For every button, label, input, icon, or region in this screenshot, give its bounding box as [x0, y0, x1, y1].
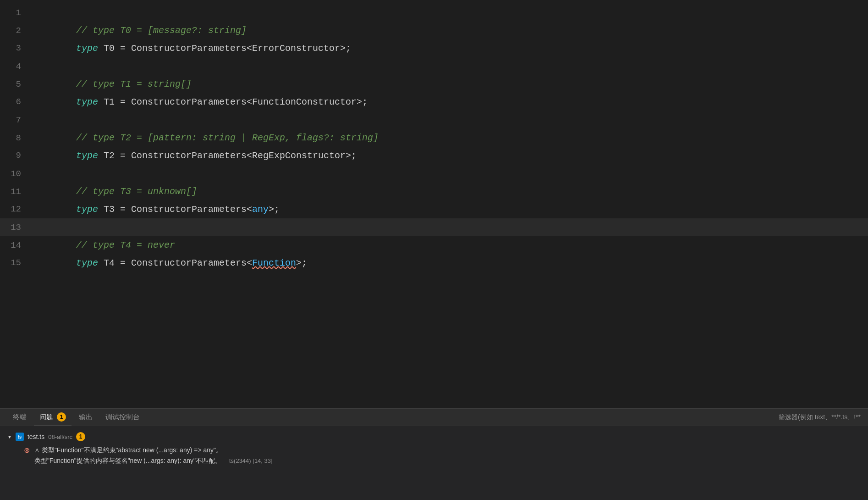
plain-token: T2 = ConstructorParameters<RegExpConstru…: [98, 150, 357, 161]
keyword-token: type: [76, 258, 98, 268]
code-line-4: 4 // type T1 = string[]: [0, 57, 868, 75]
panel-filter-text: 筛选器(例如 text、**/*.ts、!**: [779, 413, 861, 422]
line-number-1: 1: [0, 4, 32, 22]
line-number-2: 2: [0, 22, 32, 40]
file-error-badge: 1: [76, 432, 85, 441]
code-line-13: 13 // type T4 = never: [0, 218, 868, 236]
tab-debug-console[interactable]: 调试控制台: [100, 409, 145, 426]
line-number-14: 14: [0, 237, 32, 255]
tab-terminal-label: 终端: [13, 413, 27, 422]
tab-output-label: 输出: [79, 413, 93, 422]
code-line-8: 8 type T2 = ConstructorParameters<RegExp…: [0, 129, 868, 147]
type-param-token: any: [252, 204, 269, 215]
error-line2: 类型"Function"提供的内容与签名"new (...args: any):…: [34, 456, 273, 466]
line-number-5: 5: [0, 76, 32, 94]
expand-caret-icon: ▼: [7, 434, 12, 439]
plain-token: T3 = ConstructorParameters<: [98, 204, 252, 215]
file-path: 08-all/src: [48, 433, 72, 440]
code-line-10: 10 // type T3 = unknown[]: [0, 165, 868, 183]
tab-problems[interactable]: 问题 1: [34, 409, 71, 426]
line-number-9: 9: [0, 147, 32, 165]
error-code: ts(2344) [14, 33]: [223, 457, 273, 464]
problems-list: ▼ ts test.ts 08-all/src 1 ⊗ ∧ 类型"Functio…: [0, 426, 868, 471]
expand-arrow: ∧: [34, 446, 42, 454]
code-line-7: 7 // type T2 = [pattern: string | RegExp…: [0, 111, 868, 129]
keyword-token: type: [76, 204, 98, 215]
plain-token: T4 = ConstructorParameters<: [98, 258, 252, 268]
error-row: ⊗ ∧ 类型"Function"不满足约束"abstract new (...a…: [0, 444, 868, 467]
panel-tab-bar: 终端 问题 1 输出 调试控制台 筛选器(例如 text、**/*.ts、!**: [0, 409, 868, 426]
tab-terminal[interactable]: 终端: [7, 409, 32, 426]
line-number-13: 13: [0, 219, 32, 237]
problems-badge: 1: [57, 412, 66, 422]
line-number-4: 4: [0, 58, 32, 76]
plain-token: T0 = ConstructorParameters<ErrorConstruc…: [98, 43, 351, 54]
file-row[interactable]: ▼ ts test.ts 08-all/src 1: [0, 430, 868, 444]
code-line-14: 14 type T4 = ConstructorParameters<Funct…: [0, 236, 868, 254]
tab-debug-console-label: 调试控制台: [105, 413, 140, 422]
code-editor[interactable]: 1 // type T0 = [message?: string] 2 type…: [0, 0, 868, 408]
line-number-11: 11: [0, 183, 32, 201]
plain-token: >;: [269, 204, 280, 215]
tab-problems-label: 问题: [39, 413, 53, 422]
code-line-11: 11 type T3 = ConstructorParameters<any>;: [0, 183, 868, 200]
line-number-8: 8: [0, 129, 32, 147]
code-lines: 1 // type T0 = [message?: string] 2 type…: [0, 0, 868, 276]
plain-token: T1 = ConstructorParameters<FunctionConst…: [98, 97, 368, 107]
line-number-10: 10: [0, 165, 32, 183]
file-name: test.ts: [27, 433, 44, 440]
code-line-2: 2 type T0 = ConstructorParameters<ErrorC…: [0, 22, 868, 39]
tab-output[interactable]: 输出: [73, 409, 98, 426]
line-content-14: type T4 = ConstructorParameters<Function…: [32, 236, 307, 290]
error-line1: ∧ 类型"Function"不满足约束"abstract new (...arg…: [34, 445, 273, 455]
line-number-15: 15: [0, 254, 32, 272]
line-number-6: 6: [0, 93, 32, 111]
keyword-token: type: [76, 150, 98, 161]
plain-token: >;: [296, 258, 307, 268]
keyword-token: type: [76, 43, 98, 54]
line-number-3: 3: [0, 39, 32, 57]
line-number-12: 12: [0, 200, 32, 218]
line-number-7: 7: [0, 111, 32, 129]
error-token: Function: [252, 258, 296, 268]
error-messages: ∧ 类型"Function"不满足约束"abstract new (...arg…: [34, 445, 273, 466]
code-line-1: 1 // type T0 = [message?: string]: [0, 4, 868, 22]
error-circle-icon: ⊗: [24, 446, 30, 455]
typescript-file-icon: ts: [16, 433, 24, 441]
code-line-5: 5 type T1 = ConstructorParameters<Functi…: [0, 75, 868, 93]
keyword-token: type: [76, 97, 98, 107]
bottom-panel: 终端 问题 1 输出 调试控制台 筛选器(例如 text、**/*.ts、!**…: [0, 408, 868, 500]
